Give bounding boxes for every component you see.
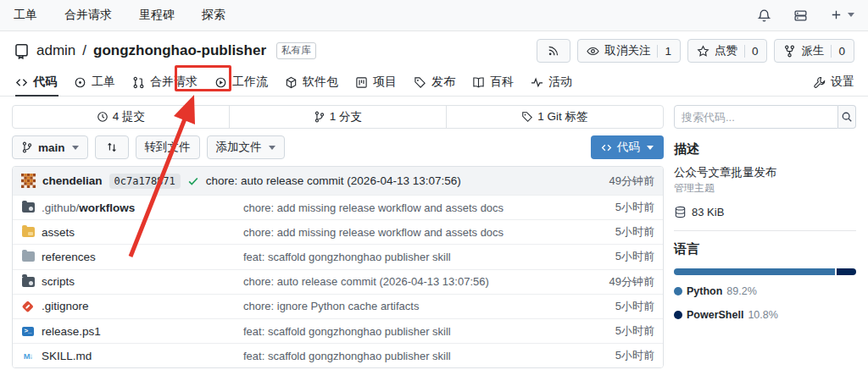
tab-packages[interactable]: 软件包 — [276, 69, 347, 96]
stat-commits[interactable]: 4 提交 — [13, 106, 229, 128]
stat-tags[interactable]: 1 Git 标签 — [446, 106, 663, 128]
compare-button[interactable] — [95, 135, 129, 159]
search-input[interactable] — [674, 105, 838, 129]
manage-topics-link[interactable]: 管理主题 — [674, 182, 715, 194]
nav-issues[interactable]: 工单 — [14, 8, 37, 23]
top-nav-links: 工单 合并请求 里程碑 探索 — [14, 8, 225, 23]
file-commit-time: 5小时前 — [590, 249, 654, 264]
chevron-down-icon — [72, 146, 79, 150]
book-icon — [472, 76, 485, 89]
file-name-prefix: .github/ — [42, 202, 79, 214]
language-item-python[interactable]: Python 89.2% — [674, 285, 757, 297]
watch-count[interactable]: 1 — [657, 45, 671, 58]
file-name: SKILL.md — [42, 350, 92, 362]
commit-time: 49分钟前 — [609, 174, 654, 189]
add-file-button[interactable]: 添加文件 — [207, 135, 285, 159]
file-link[interactable]: .github/workflows — [21, 201, 243, 214]
tab-code-label: 代码 — [33, 75, 57, 90]
search-button[interactable] — [838, 105, 856, 129]
stat-branches[interactable]: 1 分支 — [229, 106, 446, 128]
database-icon — [674, 206, 687, 218]
latest-commit-row: chendelian 0c7a178871 chore: auto releas… — [13, 167, 663, 195]
nav-explore[interactable]: 探索 — [202, 8, 225, 23]
goto-file-button[interactable]: 转到文件 — [136, 135, 200, 159]
file-link[interactable]: assets — [21, 225, 243, 239]
star-button[interactable]: 点赞 0 — [687, 39, 768, 63]
stat-branches-label: 1 分支 — [330, 109, 362, 124]
fork-count[interactable]: 0 — [831, 45, 845, 58]
tab-code[interactable]: 代码 — [14, 69, 65, 96]
file-link[interactable]: .gitignore — [21, 300, 243, 313]
file-commit-message[interactable]: chore: ignore Python cache artifacts — [243, 300, 590, 312]
folder-scripts-icon — [21, 275, 35, 289]
language-segment-python[interactable] — [674, 268, 835, 275]
tab-wiki[interactable]: 百科 — [464, 69, 522, 96]
file-name: references — [42, 251, 96, 263]
file-link[interactable]: M↓ SKILL.md — [21, 349, 243, 362]
table-row: M↓ SKILL.md feat: scaffold gongzhonghao … — [13, 343, 663, 367]
avatar[interactable] — [21, 174, 36, 188]
stat-tags-label: 1 Git 标签 — [537, 109, 587, 124]
repo-owner-link[interactable]: admin — [36, 42, 75, 59]
fork-label: 派生 — [801, 43, 824, 58]
file-commit-message[interactable]: chore: add missing release workflow and … — [243, 226, 590, 239]
file-commit-message[interactable]: chore: auto release commit (2026-04-13 1… — [243, 275, 590, 288]
nav-milestones[interactable]: 里程碑 — [139, 8, 175, 23]
file-commit-message[interactable]: feat: scaffold gongzhonghao publisher sk… — [243, 350, 590, 362]
tab-pull-requests[interactable]: 合并请求 — [124, 69, 206, 96]
repo-size: 83 KiB — [674, 206, 856, 218]
python-dot-icon — [674, 287, 682, 295]
tab-activity-label: 活动 — [548, 75, 572, 90]
chevron-down-icon — [647, 146, 654, 150]
file-link[interactable]: scripts — [21, 275, 243, 289]
language-segment-powershell[interactable] — [837, 268, 856, 275]
repo-name-link[interactable]: gongzhonghao-publisher — [93, 42, 266, 59]
file-commit-message[interactable]: chore: add missing release workflow and … — [243, 202, 590, 214]
file-commit-message[interactable]: feat: scaffold gongzhonghao publisher sk… — [243, 251, 590, 263]
file-link[interactable]: >_ release.ps1 — [21, 324, 243, 338]
rss-button[interactable] — [537, 39, 570, 63]
description-title: 描述 — [674, 141, 856, 157]
nav-pull-requests[interactable]: 合并请求 — [64, 8, 112, 23]
commit-author[interactable]: chendelian — [42, 174, 103, 187]
commit-status-check-icon[interactable] — [187, 174, 199, 187]
star-count[interactable]: 0 — [744, 45, 759, 58]
create-new-dropdown[interactable] — [830, 8, 854, 21]
tab-actions[interactable]: 工作流 — [206, 69, 276, 96]
table-row: .github/workflows chore: add missing rel… — [13, 195, 663, 219]
repo-main-panel: 4 提交 1 分支 1 Git 标签 main 转到文件 — [12, 105, 664, 368]
bell-icon[interactable] — [757, 8, 771, 23]
tab-issues[interactable]: 工单 — [65, 69, 124, 96]
tab-activity[interactable]: 活动 — [522, 69, 581, 96]
code-button-label: 代码 — [617, 140, 640, 155]
branch-name: main — [38, 141, 65, 154]
unwatch-button[interactable]: 取消关注 1 — [577, 39, 681, 63]
tab-wiki-label: 百科 — [490, 75, 514, 90]
repo-toolbar: main 转到文件 添加文件 代码 — [12, 135, 664, 159]
language-bar — [674, 268, 856, 275]
fork-button[interactable]: 派生 0 — [774, 39, 854, 63]
gitignore-icon — [21, 300, 35, 313]
branch-icon — [314, 111, 326, 123]
file-commit-time: 5小时前 — [590, 224, 654, 240]
tab-releases[interactable]: 发布 — [405, 69, 464, 96]
file-name: workflows — [79, 202, 135, 214]
file-commit-message[interactable]: feat: scaffold gongzhonghao publisher sk… — [243, 325, 590, 338]
table-row: .gitignore chore: ignore Python cache ar… — [13, 294, 663, 318]
file-commit-time: 5小时前 — [590, 299, 654, 314]
tab-projects[interactable]: 项目 — [347, 69, 405, 96]
code-icon — [15, 76, 28, 89]
file-link[interactable]: references — [21, 250, 243, 263]
tab-settings[interactable]: 设置 — [813, 69, 854, 96]
language-item-powershell[interactable]: PowerShell 10.8% — [674, 309, 778, 321]
language-name: PowerShell — [687, 309, 743, 321]
branch-selector[interactable]: main — [12, 135, 88, 159]
commit-hash[interactable]: 0c7a178871 — [109, 174, 181, 189]
commit-message[interactable]: chore: auto release commit (2026-04-13 1… — [206, 174, 461, 187]
code-download-button[interactable]: 代码 — [591, 135, 664, 159]
wrench-icon — [813, 76, 826, 89]
code-icon — [601, 142, 612, 153]
server-icon[interactable] — [793, 8, 808, 23]
top-navbar: 工单 合并请求 里程碑 探索 — [0, 0, 868, 31]
chevron-down-icon — [848, 13, 854, 17]
